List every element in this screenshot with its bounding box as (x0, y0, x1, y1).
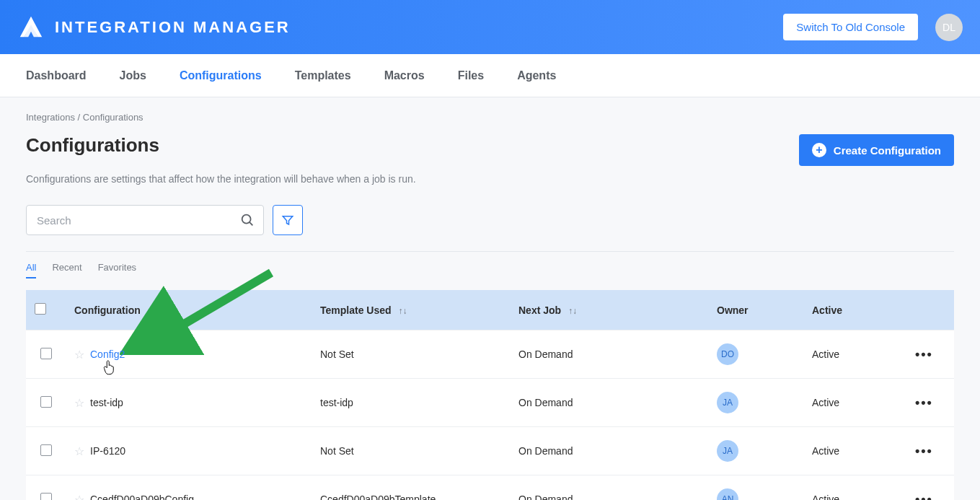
filter-button[interactable] (273, 205, 303, 235)
table-wrapper: Configuration ↑↓ Template Used ↑↓ Next J… (26, 290, 954, 500)
filter-icon (281, 214, 294, 227)
active-cell: Active (803, 475, 906, 501)
header-active: Active (803, 290, 906, 330)
table-row: ☆IP-6120Not SetOn DemandJAActive••• (26, 427, 954, 475)
breadcrumb-root[interactable]: Integrations (26, 112, 75, 123)
main-navbar: DashboardJobsConfigurationsTemplatesMacr… (0, 54, 980, 97)
row-checkbox[interactable] (40, 396, 52, 408)
next-job-cell: On Demand (510, 379, 708, 427)
switch-console-button[interactable]: Switch To Old Console (783, 14, 918, 40)
configuration-name[interactable]: test-idp (90, 397, 123, 408)
favorite-star-icon[interactable]: ☆ (74, 444, 84, 458)
breadcrumb-current: Configurations (83, 112, 144, 123)
brand: INTEGRATION MANAGER (17, 14, 291, 41)
brand-title: INTEGRATION MANAGER (55, 18, 291, 37)
active-cell: Active (803, 379, 906, 427)
tab-all[interactable]: All (26, 262, 36, 278)
select-all-checkbox[interactable] (35, 303, 46, 315)
filter-tabs: AllRecentFavorites (26, 262, 954, 278)
create-button-label: Create Configuration (834, 144, 941, 157)
row-checkbox[interactable] (40, 444, 52, 456)
header-template[interactable]: Template Used ↑↓ (312, 290, 510, 330)
nav-item-dashboard[interactable]: Dashboard (26, 69, 87, 82)
header-configuration[interactable]: Configuration ↑↓ (66, 290, 312, 330)
svg-line-1 (250, 222, 252, 225)
header-configuration-label: Configuration (74, 304, 141, 316)
template-cell: CcedfD00aD09bTemplate (312, 475, 510, 501)
owner-badge[interactable]: AN (717, 488, 738, 500)
next-job-cell: On Demand (510, 475, 708, 501)
owner-badge[interactable]: JA (717, 392, 738, 413)
template-cell: test-idp (312, 379, 510, 427)
brand-logo-icon (17, 14, 45, 41)
cursor-hand-icon (103, 359, 116, 375)
search-box (26, 205, 264, 235)
table-row: ☆CcedfD00aD09bConfigCcedfD00aD09bTemplat… (26, 475, 954, 501)
template-cell: Not Set (312, 427, 510, 475)
page-content: Integrations / Configurations Configurat… (0, 97, 980, 500)
owner-badge[interactable]: JA (717, 440, 738, 462)
nav-item-configurations[interactable]: Configurations (180, 69, 262, 82)
table-header-row: Configuration ↑↓ Template Used ↑↓ Next J… (26, 290, 954, 330)
search-input[interactable] (26, 205, 264, 235)
row-checkbox[interactable] (40, 493, 52, 501)
active-cell: Active (803, 427, 906, 475)
sort-icon: ↑↓ (398, 306, 407, 316)
favorite-star-icon[interactable]: ☆ (74, 396, 84, 410)
create-configuration-button[interactable]: + Create Configuration (799, 134, 954, 166)
plus-icon: + (812, 143, 826, 157)
search-row (26, 205, 954, 235)
user-avatar[interactable]: DL (935, 14, 963, 41)
table-row: ☆test-idptest-idpOn DemandJAActive••• (26, 379, 954, 427)
nav-item-jobs[interactable]: Jobs (120, 69, 146, 82)
row-actions-menu[interactable]: ••• (915, 347, 933, 361)
page-head: Configurations + Create Configuration (26, 134, 954, 166)
row-checkbox[interactable] (40, 348, 52, 359)
nav-item-macros[interactable]: Macros (384, 69, 425, 82)
table-row: ☆Config2Not SetOn DemandDOActive••• (26, 330, 954, 379)
breadcrumb: Integrations / Configurations (26, 112, 954, 123)
header-checkbox-cell (26, 290, 66, 330)
nav-item-files[interactable]: Files (458, 69, 484, 82)
app-header: INTEGRATION MANAGER Switch To Old Consol… (0, 0, 980, 54)
divider (26, 251, 954, 252)
configurations-table: Configuration ↑↓ Template Used ↑↓ Next J… (26, 290, 954, 500)
page-description: Configurations are settings that affect … (26, 173, 954, 185)
header-actions (906, 290, 954, 330)
row-actions-menu[interactable]: ••• (915, 492, 933, 501)
next-job-cell: On Demand (510, 427, 708, 475)
page-title: Configurations (26, 134, 159, 157)
header-template-label: Template Used (320, 304, 392, 316)
breadcrumb-sep: / (75, 112, 83, 123)
header-owner: Owner (708, 290, 803, 330)
sort-icon: ↑↓ (568, 306, 577, 316)
owner-badge[interactable]: DO (717, 343, 738, 365)
favorite-star-icon[interactable]: ☆ (74, 348, 84, 361)
favorite-star-icon[interactable]: ☆ (74, 493, 84, 501)
next-job-cell: On Demand (510, 330, 708, 379)
header-next-job-label: Next Job (518, 304, 561, 316)
tab-recent[interactable]: Recent (52, 262, 81, 278)
tab-favorites[interactable]: Favorites (98, 262, 136, 278)
configuration-name[interactable]: IP-6120 (90, 445, 125, 457)
header-next-job[interactable]: Next Job ↑↓ (510, 290, 708, 330)
header-owner-label: Owner (717, 304, 749, 316)
template-cell: Not Set (312, 330, 510, 379)
nav-item-templates[interactable]: Templates (295, 69, 351, 82)
svg-point-0 (242, 215, 251, 224)
row-actions-menu[interactable]: ••• (915, 444, 933, 458)
sort-icon: ↑↓ (148, 306, 156, 316)
row-actions-menu[interactable]: ••• (915, 395, 933, 410)
header-right: Switch To Old Console DL (783, 14, 963, 41)
search-icon (239, 212, 255, 228)
nav-item-agents[interactable]: Agents (517, 69, 556, 82)
header-active-label: Active (812, 304, 842, 316)
active-cell: Active (803, 330, 906, 379)
configuration-name[interactable]: CcedfD00aD09bConfig (90, 494, 194, 500)
